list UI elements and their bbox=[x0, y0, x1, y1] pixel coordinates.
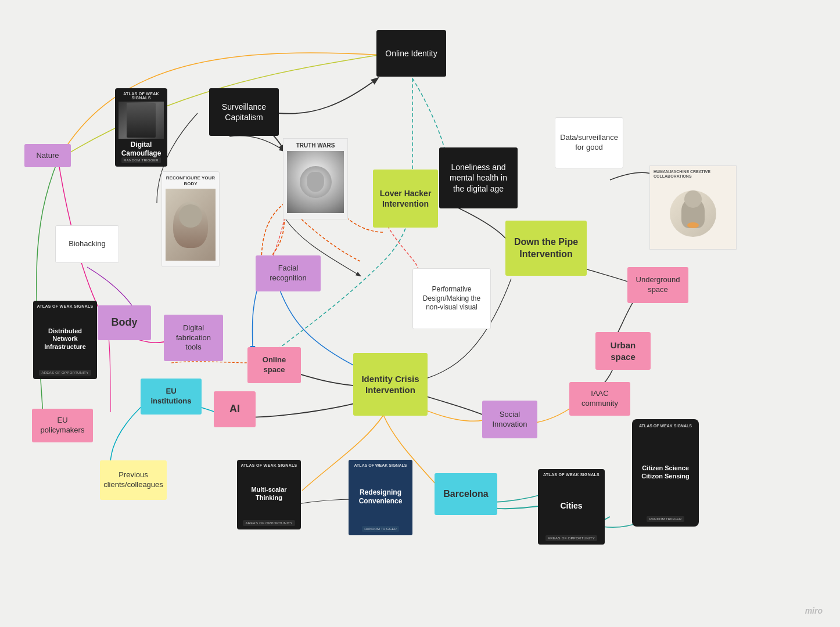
loneliness-node[interactable]: Loneliness and mental health in the digi… bbox=[439, 147, 518, 208]
ai-node[interactable]: AI bbox=[214, 391, 256, 427]
performative-design-node[interactable]: Performative Design/Making the non-visua… bbox=[412, 268, 491, 329]
lover-hacker-node[interactable]: Lover Hacker Intervention bbox=[373, 170, 438, 228]
redesigning-footer: RANDOM TRIGGER bbox=[362, 526, 399, 532]
eu-institutions-node[interactable]: EU institutions bbox=[141, 379, 202, 415]
redesigning-card[interactable]: ATLAS OF WEAK SIGNALS Redesigning Conven… bbox=[349, 460, 412, 535]
barcelona-node[interactable]: Barcelona bbox=[435, 473, 497, 515]
online-identity-node[interactable]: Online Identity bbox=[376, 30, 446, 77]
multi-scalar-card[interactable]: ATLAS OF WEAK SIGNALS Multi-scalar Think… bbox=[237, 460, 301, 529]
redesigning-header: ATLAS OF WEAK SIGNALS bbox=[354, 463, 407, 467]
dist-card-title: Distributed Network Infrastructure bbox=[37, 324, 94, 354]
digital-camouflage-card[interactable]: ATLAS OF WEAK SIGNALS Digital Camouflage… bbox=[115, 88, 167, 167]
down-pipe-node[interactable]: Down the Pipe Intervention bbox=[505, 221, 587, 276]
biohacking-node[interactable]: Biohacking bbox=[55, 225, 119, 263]
underground-space-node[interactable]: Underground space bbox=[627, 267, 688, 303]
eu-policymakers-node[interactable]: EU policymakers bbox=[32, 409, 93, 442]
nature-node[interactable]: Nature bbox=[24, 144, 71, 167]
truth-wars-card[interactable]: TRUTH WARS bbox=[283, 138, 348, 219]
surveillance-capitalism-node[interactable]: Surveillance Capitalism bbox=[209, 88, 279, 136]
cities-header: ATLAS OF WEAK SIGNALS bbox=[543, 473, 600, 477]
facial-recognition-node[interactable]: Facial recognition bbox=[256, 255, 321, 291]
urban-space-node[interactable]: Urban space bbox=[595, 332, 651, 370]
iaac-community-node[interactable]: IAAC community bbox=[569, 382, 630, 416]
online-space-node[interactable]: Online space bbox=[247, 347, 301, 383]
data-surveillance-node[interactable]: Data/surveillance for good bbox=[555, 117, 623, 168]
cities-footer: AREAS OF OPPORTUNITY bbox=[545, 535, 597, 541]
cities-title: Cities bbox=[560, 496, 582, 516]
social-innovation-node[interactable]: Social Innovation bbox=[482, 401, 537, 438]
identity-crisis-node[interactable]: Identity Crisis Intervention bbox=[353, 353, 428, 416]
card-header: ATLAS OF WEAK SIGNALS bbox=[119, 92, 164, 100]
distributed-network-card[interactable]: ATLAS OF WEAK SIGNALS Distributed Networ… bbox=[33, 301, 97, 379]
citizen-science-card[interactable]: ATLAS OF WEAK SIGNALS Citizen Science Ci… bbox=[632, 419, 699, 527]
truth-wars-title: TRUTH WARS bbox=[296, 142, 335, 149]
citizen-science-header: ATLAS OF WEAK SIGNALS bbox=[639, 424, 692, 428]
body-node[interactable]: Body bbox=[98, 305, 151, 340]
dist-card-header: ATLAS OF WEAK SIGNALS bbox=[37, 304, 93, 308]
previous-clients-node[interactable]: Previous clients/colleagues bbox=[100, 460, 167, 500]
card-title: Digital Camouflage bbox=[119, 140, 164, 157]
multi-card-header: ATLAS OF WEAK SIGNALS bbox=[240, 463, 297, 467]
card-footer: RANDOM TRIGGER bbox=[121, 157, 161, 163]
reconfigure-title: RECONFIGURE YOUR BODY bbox=[166, 175, 216, 186]
miro-watermark: miro bbox=[805, 606, 823, 615]
dist-card-footer: AREAS OF OPPORTUNITY bbox=[39, 370, 91, 376]
citizen-science-footer: RANDOM TRIGGER bbox=[647, 516, 685, 522]
cities-card[interactable]: ATLAS OF WEAK SIGNALS Cities AREAS OF OP… bbox=[538, 469, 605, 545]
hmcc-title: HUMAN-MACHINE CREATIVE COLLABORATIONS bbox=[654, 170, 733, 179]
citizen-science-title: Citizen Science Citizon Sensing bbox=[637, 464, 694, 481]
redesigning-title: Redesigning Convenience bbox=[352, 488, 409, 505]
multi-card-footer: AREAS OF OPPORTUNITY bbox=[243, 520, 295, 526]
reconfigure-body-card[interactable]: RECONFIGURE YOUR BODY bbox=[161, 171, 220, 267]
digital-fab-node[interactable]: Digital fabrication tools bbox=[164, 315, 223, 361]
hmcc-card[interactable]: HUMAN-MACHINE CREATIVE COLLABORATIONS bbox=[649, 165, 737, 250]
multi-card-title: Multi-scalar Thinking bbox=[240, 484, 297, 503]
